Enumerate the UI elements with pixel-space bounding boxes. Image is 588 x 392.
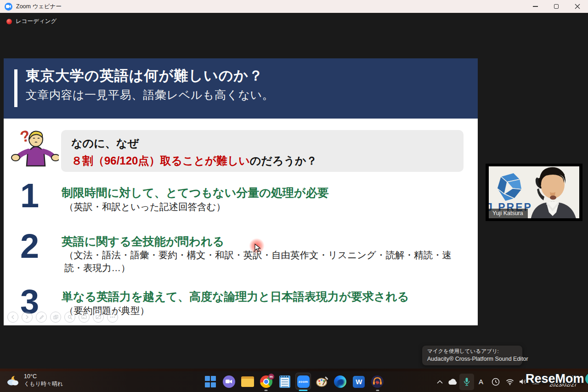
chat-icon	[223, 375, 235, 388]
teams-chat-button[interactable]	[220, 371, 238, 392]
close-icon	[575, 4, 580, 9]
word-icon: W	[353, 376, 365, 388]
chevron-up-icon	[437, 380, 443, 384]
running-indicator	[376, 390, 379, 391]
clock-icon	[492, 378, 500, 386]
point-1-number: 1	[20, 179, 39, 213]
chrome-button[interactable]: m	[257, 371, 275, 392]
accent-bar	[14, 69, 17, 107]
slide-subtitle: 文章内容は一見平易、語彙レベルも高くない。	[26, 87, 274, 102]
slide-title: 東京大学の英語は何が難しいのか？	[26, 66, 263, 85]
weather-cloud-moon-icon	[6, 375, 20, 386]
wifi-icon	[506, 379, 514, 385]
zoom-app-button[interactable]: zoom	[294, 371, 312, 392]
ime-mode-button[interactable]: A	[474, 374, 488, 390]
zoom-taskbar-icon: zoom	[297, 375, 310, 388]
point-3-note: （要約問題が典型）	[64, 304, 463, 317]
start-button[interactable]	[201, 371, 220, 392]
ellipsis-icon	[110, 316, 115, 318]
cloud-icon	[447, 379, 458, 385]
maximize-button[interactable]	[546, 0, 567, 13]
chrome-notification-badge: m	[268, 374, 274, 380]
folder-icon	[241, 376, 254, 387]
resemom-logo-icon: m リセマム	[585, 373, 588, 385]
next-arrow-icon	[25, 315, 29, 319]
tooltip-line2: Audacity® Cross-Platform Sound Editor	[427, 356, 517, 362]
pen-tool-button[interactable]	[36, 312, 47, 323]
camera-off-button[interactable]	[93, 312, 104, 323]
clock-tray-button[interactable]	[488, 374, 503, 390]
resemom-watermark: ReseMom m リセマム .	[526, 372, 588, 386]
subtitle-icon	[81, 315, 87, 319]
zoom-app-icon	[5, 3, 12, 11]
edge-icon	[334, 375, 346, 388]
question-emphasis: ８割（96/120点）取ることが難しい	[71, 154, 250, 167]
window-title: Zoom ウェビナー	[16, 3, 62, 11]
speaker-name-label: Yuji Katsura	[489, 209, 528, 218]
onedrive-tray-button[interactable]	[446, 374, 459, 390]
weather-temperature: 10°C	[24, 373, 63, 380]
audacity-icon	[371, 375, 384, 388]
close-button[interactable]	[567, 0, 588, 13]
previous-slide-button[interactable]	[7, 312, 18, 323]
screen: Zoom ウェビナー レコーディング 東京大学の英語は何が難しいのか？ 文章内容…	[0, 0, 588, 392]
watermark-text: ReseMom	[526, 372, 584, 386]
point-3-heading: 単なる英語力を越えて、高度な論理力と日本語表現力が要求される	[62, 289, 409, 304]
zoom-window-titlebar[interactable]: Zoom ウェビナー	[0, 0, 588, 13]
presenter-toolbar	[7, 312, 118, 323]
zoom-slide-button[interactable]	[64, 312, 75, 323]
windows-start-icon	[205, 376, 216, 387]
pen-icon	[39, 315, 44, 320]
running-indicator	[265, 390, 268, 391]
shrugging-person-illustration: ?	[9, 127, 59, 171]
edge-button[interactable]	[331, 371, 350, 392]
taskbar-app-icons: m zoom	[201, 371, 387, 392]
paint-button[interactable]	[312, 371, 331, 392]
file-explorer-button[interactable]	[238, 371, 257, 392]
audacity-button[interactable]	[368, 371, 387, 392]
camera-off-icon	[96, 315, 101, 319]
question-callout: なのに、なぜ ８割（96/120点）取ることが難しいのだろうか？	[61, 130, 464, 172]
paint-icon	[316, 375, 328, 388]
point-1-note: （英訳・和訳といった記述回答含む）	[64, 200, 463, 213]
slides-grid-icon	[53, 315, 58, 320]
record-icon	[6, 19, 12, 24]
wifi-tray-button[interactable]	[503, 374, 516, 390]
chrome-icon: m	[260, 375, 272, 388]
speaker-video-tile[interactable]: J PREP Yuji Katsura	[486, 164, 582, 221]
next-slide-button[interactable]	[22, 312, 33, 323]
point-2-note: （文法・語法・語彙・要約・構文・和訳・英訳・自由英作文・リスニング・読解・精読・…	[64, 249, 463, 274]
point-2-heading: 英語に関する全技能が問われる	[62, 234, 224, 249]
mic-usage-tooltip: マイクを使用しているアプリ: Audacity® Cross-Platform …	[422, 346, 522, 365]
point-2-number: 2	[20, 229, 39, 263]
weather-widget[interactable]: 10°C くもり時々晴れ	[6, 373, 63, 388]
shared-slide: 東京大学の英語は何が難しいのか？ 文章内容は一見平易、語彙レベルも高くない。 ?…	[4, 58, 478, 325]
magnifier-icon	[68, 315, 73, 320]
question-line1: なのに、なぜ	[71, 136, 453, 151]
tray-overflow-button[interactable]	[434, 374, 446, 390]
minimize-icon	[533, 6, 538, 7]
active-running-indicator	[299, 390, 308, 391]
slide-header: 東京大学の英語は何が難しいのか？ 文章内容は一見平易、語彙レベルも高くない。	[4, 58, 478, 119]
ime-mode-label: A	[479, 378, 483, 386]
notepad-button[interactable]	[276, 371, 294, 392]
point-1-heading: 制限時間に対して、とてつもない分量の処理が必要	[62, 185, 328, 200]
speaker-video-frame: J PREP Yuji Katsura	[489, 166, 579, 218]
subtitles-button[interactable]	[79, 312, 90, 323]
maximize-icon	[554, 4, 559, 9]
word-button[interactable]: W	[350, 371, 368, 392]
notepad-icon	[279, 375, 290, 388]
recording-indicator[interactable]: レコーディング	[6, 17, 57, 25]
windows-taskbar: 10°C くもり時々晴れ m	[0, 371, 588, 392]
microphone-icon	[464, 377, 470, 386]
weather-condition: くもり時々晴れ	[24, 380, 63, 388]
more-options-button[interactable]	[107, 312, 118, 323]
prev-arrow-icon	[11, 315, 15, 319]
question-line2: ８割（96/120点）取ることが難しいのだろうか？	[71, 153, 453, 168]
show-all-slides-button[interactable]	[50, 312, 61, 323]
tooltip-line1: マイクを使用しているアプリ:	[427, 348, 517, 355]
microphone-tray-button[interactable]	[459, 374, 474, 390]
minimize-button[interactable]	[525, 0, 546, 13]
recording-label: レコーディング	[16, 17, 57, 25]
